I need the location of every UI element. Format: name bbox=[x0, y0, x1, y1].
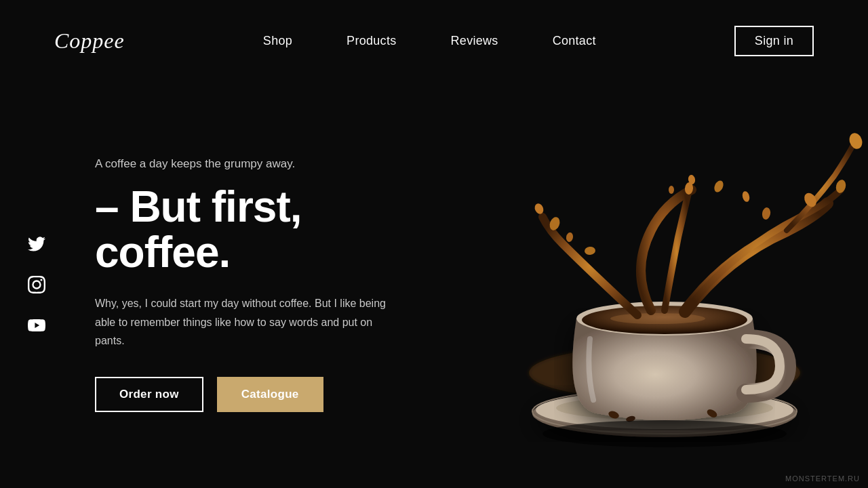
navbar: Coppee Shop Products Reviews Contact Sig… bbox=[0, 0, 868, 81]
svg-point-19 bbox=[585, 246, 596, 255]
hero-section: A coffee a day keeps the grumpy away. – … bbox=[0, 81, 868, 488]
coffee-cup-svg bbox=[434, 81, 868, 488]
nav-item-reviews[interactable]: Reviews bbox=[451, 34, 498, 48]
nav-item-shop[interactable]: Shop bbox=[263, 34, 292, 48]
hero-headline: – But first, coffee. bbox=[95, 184, 434, 275]
svg-point-24 bbox=[542, 420, 787, 447]
hero-description: Why, yes, I could start my day without c… bbox=[95, 294, 400, 350]
nav-item-contact[interactable]: Contact bbox=[553, 34, 596, 48]
svg-point-7 bbox=[610, 313, 705, 324]
catalogue-button[interactable]: Catalogue bbox=[217, 377, 323, 412]
hero-tagline: A coffee a day keeps the grumpy away. bbox=[95, 157, 434, 171]
youtube-icon[interactable] bbox=[27, 316, 46, 335]
nav-item-products[interactable]: Products bbox=[347, 34, 396, 48]
watermark: MONSTERTEM.RU bbox=[785, 474, 860, 483]
hero-buttons: Order now Catalogue bbox=[95, 377, 434, 412]
svg-point-13 bbox=[713, 179, 725, 193]
social-icons bbox=[27, 235, 46, 335]
logo[interactable]: Coppee bbox=[54, 28, 125, 54]
svg-point-15 bbox=[669, 186, 674, 194]
order-now-button[interactable]: Order now bbox=[95, 377, 203, 412]
svg-point-18 bbox=[566, 232, 574, 243]
coffee-image bbox=[434, 81, 868, 488]
twitter-icon[interactable] bbox=[27, 235, 46, 253]
svg-point-12 bbox=[741, 190, 751, 203]
nav-links: Shop Products Reviews Contact bbox=[263, 34, 596, 48]
svg-point-11 bbox=[762, 207, 772, 220]
hero-content: A coffee a day keeps the grumpy away. – … bbox=[54, 157, 434, 412]
instagram-icon[interactable] bbox=[27, 275, 46, 294]
signin-button[interactable]: Sign in bbox=[734, 26, 814, 56]
